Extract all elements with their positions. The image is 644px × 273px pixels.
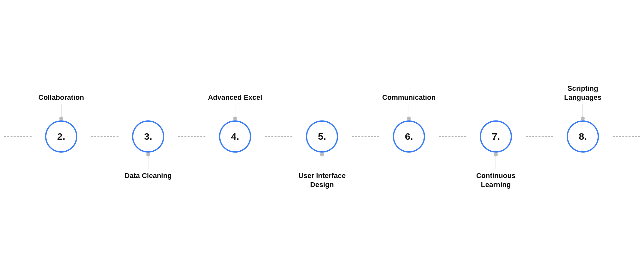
timeline-row: 1.ProjectManagementCollaboration2.3.Data… <box>23 69 621 204</box>
top-label-2: Collaboration <box>38 69 84 120</box>
vertical-line-top <box>235 104 235 117</box>
connector-line <box>265 136 292 137</box>
connector-line <box>613 136 640 137</box>
vertical-line-bottom <box>496 156 496 169</box>
top-label-text-2: Collaboration <box>38 93 84 102</box>
node-wrapper-9: 9.Data Security <box>640 69 644 204</box>
circle-node-7: 7. <box>480 120 512 153</box>
vertical-line-bottom <box>148 156 148 169</box>
top-dot <box>233 117 237 120</box>
connector-line <box>439 136 466 137</box>
bottom-label-text-7: ContinuousLearning <box>476 171 516 189</box>
node-wrapper-6: Communication6. <box>379 69 439 204</box>
circle-node-6: 6. <box>393 120 425 153</box>
top-label-text-4: Advanced Excel <box>208 93 262 102</box>
node-wrapper-8: ScriptingLanguages8. <box>553 69 613 204</box>
connector-line <box>178 136 205 137</box>
vertical-line-top <box>409 104 409 117</box>
vertical-line-bottom <box>322 156 322 169</box>
node-wrapper-4: Advanced Excel4. <box>205 69 265 204</box>
bottom-dot <box>146 153 150 156</box>
bottom-label-7: ContinuousLearning <box>476 153 516 204</box>
circle-node-5: 5. <box>306 120 338 153</box>
diagram-container: 1.ProjectManagementCollaboration2.3.Data… <box>23 24 621 249</box>
connector-line <box>91 136 118 137</box>
top-label-text-6: Communication <box>382 93 436 102</box>
circle-node-4: 4. <box>219 120 251 153</box>
circle-node-3: 3. <box>132 120 164 153</box>
bottom-dot <box>320 153 324 156</box>
bottom-label-3: Data Cleaning <box>125 153 172 204</box>
node-wrapper-5: 5.User InterfaceDesign <box>292 69 352 204</box>
node-wrapper-7: 7.ContinuousLearning <box>466 69 526 204</box>
bottom-label-text-5: User InterfaceDesign <box>298 171 346 189</box>
node-wrapper-1: 1.ProjectManagement <box>0 69 4 204</box>
bottom-label-5: User InterfaceDesign <box>298 153 346 204</box>
vertical-line-top <box>61 104 62 117</box>
vertical-line-top <box>582 104 583 117</box>
top-label-4: Advanced Excel <box>208 69 262 120</box>
top-dot <box>581 117 585 120</box>
node-wrapper-2: Collaboration2. <box>32 69 91 204</box>
top-label-6: Communication <box>382 69 436 120</box>
connector-line <box>352 136 379 137</box>
bottom-label-text-3: Data Cleaning <box>125 171 172 180</box>
connector-line <box>4 136 32 137</box>
connector-line <box>526 136 553 137</box>
node-wrapper-3: 3.Data Cleaning <box>118 69 178 204</box>
top-dot <box>407 117 411 120</box>
top-label-text-8: ScriptingLanguages <box>564 84 601 102</box>
circle-node-8: 8. <box>567 120 599 153</box>
bottom-dot <box>494 153 498 156</box>
top-dot <box>59 117 63 120</box>
top-label-8: ScriptingLanguages <box>564 69 601 120</box>
circle-node-2: 2. <box>45 120 77 153</box>
